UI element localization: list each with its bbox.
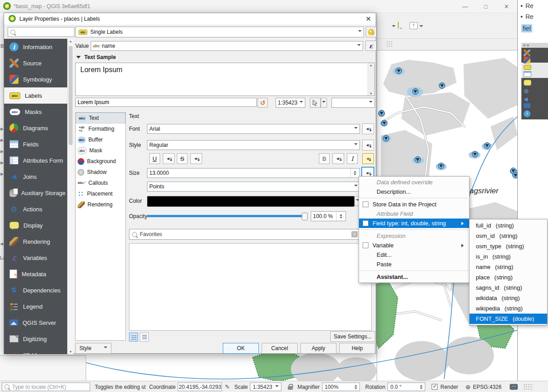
sidebar-item-attributes-form[interactable]: Attributes Form	[4, 152, 67, 169]
font-style-select[interactable]: Regular	[147, 140, 360, 150]
map-scale-pick-button[interactable]	[310, 98, 321, 108]
menu-item-field-type[interactable]: Field type: int, double, string	[359, 219, 469, 228]
style-data-defined-button[interactable]: ◄≡	[362, 140, 374, 150]
sample-scale-select[interactable]: 1:35423	[276, 98, 305, 108]
editing-pen-icon[interactable]	[225, 383, 230, 390]
minimize-button[interactable]: —	[457, 3, 473, 11]
collapse-triangle-icon[interactable]	[76, 56, 81, 61]
strikeout-data-defined-button[interactable]: ◄≡	[190, 153, 202, 164]
sidebar-item-legend[interactable]: Legend	[4, 298, 67, 315]
scale-combobox[interactable]: 1:35423	[250, 383, 281, 391]
opacity-spinbox[interactable]: 100.0 %	[311, 211, 346, 221]
label-mode-select[interactable]: Single Labels	[75, 27, 364, 37]
size-spinbox[interactable]: 13.0000	[147, 168, 360, 178]
apply-button[interactable]: Apply	[300, 343, 336, 354]
collapsed-arrow-icon[interactable]: ▶	[0, 127, 4, 131]
sidebar-scrollbar[interactable]: ▲ ▼	[67, 39, 74, 354]
tab-shadow[interactable]: Shadow	[76, 167, 125, 178]
save-settings-button[interactable]: Save Settings...	[330, 331, 375, 342]
sidebar-item-display[interactable]: Display	[4, 217, 67, 233]
sidebar-item-actions[interactable]: Actions	[4, 201, 67, 217]
color-swatch[interactable]	[147, 196, 355, 207]
underline-data-defined-button[interactable]: ◄≡	[163, 153, 175, 164]
menu-item-assistant[interactable]: Assistant...	[359, 272, 469, 282]
submenu-item-osm-type[interactable]: osm_type(string)	[470, 241, 547, 251]
sidebar-item-variables[interactable]: Variables	[4, 250, 67, 266]
menu-item-store-data[interactable]: Store Data in the Project	[359, 200, 469, 209]
text-annotation-icon[interactable]: T	[410, 22, 418, 29]
dialog-close-icon[interactable]: ✕	[365, 15, 371, 23]
menu-item-description[interactable]: Description...	[359, 187, 469, 196]
help-button[interactable]: Help	[339, 343, 375, 354]
scale-lock-icon[interactable]	[288, 384, 293, 390]
sidebar-item-source[interactable]: Source	[4, 55, 67, 71]
italic-expression-button[interactable]: ◄ε	[362, 153, 374, 164]
style-manager-button[interactable]	[366, 27, 377, 37]
collapsed-arrow-icon[interactable]: ▶	[0, 138, 4, 142]
tab-callouts[interactable]: Callouts	[76, 178, 125, 188]
sidebar-item-rendering[interactable]: Rendering	[4, 233, 67, 250]
sidebar-item-masks[interactable]: Masks	[4, 104, 67, 120]
magnifier-spin-arrows[interactable]	[355, 383, 357, 391]
scale-pick-dropdown[interactable]	[321, 98, 327, 108]
bold-button[interactable]: B	[319, 153, 330, 164]
style-preview-area[interactable]	[129, 243, 372, 331]
close-button[interactable]: ✕	[499, 3, 514, 11]
sidebar-item-joins[interactable]: Joins	[4, 169, 67, 185]
sidebar-item-fields[interactable]: Fields	[4, 136, 67, 152]
value-field-select[interactable]: abc name	[91, 41, 363, 51]
map-tips-icon[interactable]	[398, 22, 399, 29]
properties-search-box[interactable]	[8, 27, 74, 37]
menu-item-paste[interactable]: Paste	[359, 260, 469, 269]
tab-rendering[interactable]: Rendering	[76, 199, 125, 210]
submenu-item-wikipedia[interactable]: wikipedia(string)	[470, 303, 547, 314]
coordinate-box[interactable]: 20.4195,-34.0293	[178, 383, 222, 391]
cancel-button[interactable]: Cancel	[262, 343, 298, 354]
magnifier-spinbox[interactable]: 100%	[322, 383, 360, 391]
sidebar-item-3d-view[interactable]: 3D View	[4, 347, 67, 354]
collapsed-arrow-icon[interactable]: ▶	[0, 172, 4, 176]
style-menu-button[interactable]: Style	[75, 343, 111, 354]
collapsed-arrow-icon[interactable]: ▶	[0, 160, 4, 165]
rotation-spinbox[interactable]: 0.0 °	[387, 383, 425, 391]
bold-data-defined-button[interactable]: ◄≡	[332, 153, 344, 164]
list-view-button[interactable]	[140, 333, 149, 342]
submenu-item-full-id[interactable]: full_id(string)	[470, 220, 547, 231]
collapsed-arrow-icon[interactable]: ▶	[0, 149, 4, 154]
tab-background[interactable]: Background	[76, 156, 125, 167]
sidebar-item-diagrams[interactable]: Diagrams	[4, 120, 67, 136]
reset-sample-button[interactable]: ↺	[258, 98, 268, 108]
font-select[interactable]: Arial	[147, 124, 360, 134]
sidebar-item-digitizing[interactable]: Digitizing	[4, 331, 67, 347]
italic-button[interactable]: I	[347, 153, 358, 164]
icon-view-button[interactable]	[129, 333, 138, 342]
annotation-dropdown-icon[interactable]	[419, 25, 423, 29]
toolbar-drag-handle[interactable]	[386, 41, 392, 48]
scroll-down-icon[interactable]: ▼	[69, 350, 72, 353]
size-spin-arrows[interactable]	[350, 169, 358, 178]
tab-text[interactable]: Text	[76, 113, 125, 123]
font-data-defined-button[interactable]: ◄≡	[362, 123, 374, 134]
scrollbar-thumb[interactable]	[69, 46, 73, 145]
crs-value[interactable]: EPSG:4326	[473, 384, 502, 390]
sidebar-item-qgis-server[interactable]: QGIS Server	[4, 315, 67, 331]
submenu-item-is-in[interactable]: is_in(string)	[470, 251, 547, 262]
sidebar-item-auxiliary-storage[interactable]: Auxiliary Storage	[4, 185, 67, 201]
sidebar-item-dependencies[interactable]: Dependencies	[4, 282, 67, 298]
tab-placement[interactable]: Placement	[76, 188, 125, 199]
clear-filter-icon[interactable]: ×	[351, 231, 358, 237]
submenu-item-osm-id[interactable]: osm_id(string)	[470, 231, 547, 241]
rotation-spin-arrows[interactable]	[420, 383, 423, 391]
opacity-slider[interactable]	[147, 215, 306, 217]
submenu-item-wikidata[interactable]: wikidata(string)	[470, 293, 547, 303]
locate-search-box[interactable]: Type to locate (Ctrl+K)	[2, 383, 90, 391]
submenu-item-font-size[interactable]: FONT_SIZE(double)	[470, 314, 547, 324]
favorites-search-box[interactable]: Favorites ×	[129, 229, 361, 240]
maximize-button[interactable]: □	[478, 3, 493, 11]
underline-button[interactable]: U	[149, 153, 160, 164]
sample-extra-select[interactable]	[332, 98, 375, 108]
menu-item-variable[interactable]: Variable	[359, 241, 469, 250]
sample-text-input[interactable]	[75, 98, 257, 107]
sidebar-item-metadata[interactable]: Metadata	[4, 266, 67, 282]
submenu-item-name[interactable]: name(string)	[470, 262, 547, 272]
